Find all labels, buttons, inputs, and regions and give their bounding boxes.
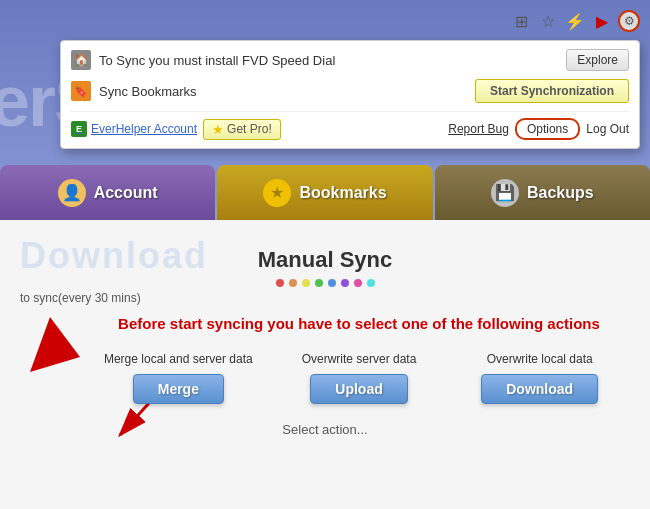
lightning-icon[interactable]: ⚡	[564, 10, 586, 32]
explore-button[interactable]: Explore	[566, 49, 629, 71]
everhelper-icon: E	[71, 121, 87, 137]
popup-row3-right: Report Bug Options Log Out	[448, 118, 629, 140]
popup-sync-left: 🔖 Sync Bookmarks	[71, 81, 197, 101]
browser-toolbar: ⊞ ☆ ⚡ ▶ ⚙	[510, 10, 640, 32]
warning-message: Before start syncing you have to select …	[118, 315, 600, 332]
popup-sync-row: 🔖 Sync Bookmarks Start Synchronization	[71, 79, 629, 103]
bookmark-icon: 🔖	[71, 81, 91, 101]
progress-dot	[289, 279, 297, 287]
star-icon-small: ★	[212, 122, 224, 137]
content-panel: Download Manual Sync to sync(every 30 mi…	[0, 220, 650, 509]
manual-sync-title: Manual Sync	[20, 247, 630, 273]
getpro-button[interactable]: ★ Get Pro!	[203, 119, 281, 140]
select-action-text: Select action...	[20, 422, 630, 437]
download-button[interactable]: Download	[481, 374, 598, 404]
upload-col: Overwrite server data Upload	[269, 352, 450, 404]
getpro-label: Get Pro!	[227, 122, 272, 136]
everhelper-label: EverHelper Account	[91, 122, 197, 136]
svg-marker-2	[30, 317, 80, 372]
progress-dot	[367, 279, 375, 287]
warning-text: Before start syncing you have to select …	[20, 313, 630, 334]
fvd-message: To Sync you must install FVD Speed Dial	[99, 53, 335, 68]
tab-backups-label: Backups	[527, 184, 594, 202]
merge-col: Merge local and server data Merge	[88, 352, 269, 404]
progress-dot	[341, 279, 349, 287]
tab-backups[interactable]: 💾 Backups	[435, 165, 650, 220]
progress-dot	[302, 279, 310, 287]
grid-icon[interactable]: ⊞	[510, 10, 532, 32]
youtube-icon[interactable]: ▶	[591, 10, 613, 32]
progress-dot	[315, 279, 323, 287]
home-icon: 🏠	[71, 50, 91, 70]
bookmarks-icon: ★	[263, 179, 291, 207]
sync-popup: 🏠 To Sync you must install FVD Speed Dia…	[60, 40, 640, 149]
options-button[interactable]: Options	[515, 118, 580, 140]
gear-icon[interactable]: ⚙	[618, 10, 640, 32]
popup-fvd-left: 🏠 To Sync you must install FVD Speed Dia…	[71, 50, 335, 70]
upload-button[interactable]: Upload	[310, 374, 407, 404]
tab-bar: 👤 Account ★ Bookmarks 💾 Backups	[0, 165, 650, 220]
logout-button[interactable]: Log Out	[586, 122, 629, 136]
progress-dots	[20, 279, 630, 287]
everhelper-button[interactable]: E EverHelper Account	[71, 121, 197, 137]
account-icon: 👤	[58, 179, 86, 207]
start-sync-button[interactable]: Start Synchronization	[475, 79, 629, 103]
popup-links-row: E EverHelper Account ★ Get Pro! Report B…	[71, 111, 629, 140]
download-col: Overwrite local data Download	[449, 352, 630, 404]
merge-label: Merge local and server data	[104, 352, 253, 366]
progress-dot	[354, 279, 362, 287]
tab-account-label: Account	[94, 184, 158, 202]
tab-bookmarks-label: Bookmarks	[299, 184, 386, 202]
sync-status: to sync(every 30 mins)	[20, 291, 630, 305]
progress-dot	[276, 279, 284, 287]
sync-bookmarks-label: Sync Bookmarks	[99, 84, 197, 99]
report-bug-button[interactable]: Report Bug	[448, 122, 509, 136]
sync-actions: Merge local and server data Merge Overwr…	[88, 352, 630, 404]
star-icon[interactable]: ☆	[537, 10, 559, 32]
warning-arrow	[20, 317, 80, 377]
tab-account[interactable]: 👤 Account	[0, 165, 215, 220]
popup-fvd-row: 🏠 To Sync you must install FVD Speed Dia…	[71, 49, 629, 71]
merge-button[interactable]: Merge	[133, 374, 224, 404]
tab-bookmarks[interactable]: ★ Bookmarks	[217, 165, 432, 220]
download-label: Overwrite local data	[487, 352, 593, 366]
upload-label: Overwrite server data	[302, 352, 417, 366]
backups-icon: 💾	[491, 179, 519, 207]
progress-dot	[328, 279, 336, 287]
